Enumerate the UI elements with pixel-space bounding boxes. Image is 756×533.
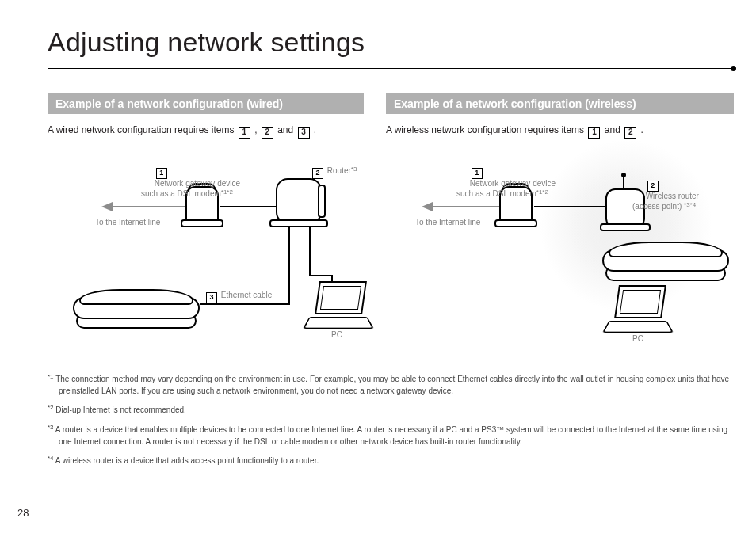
text: , <box>254 124 260 135</box>
text: Dial-up Internet is not recommended. <box>55 406 186 415</box>
item-box-3: 3 <box>298 127 310 139</box>
footnote-1: *1 The connection method may vary depend… <box>48 372 734 397</box>
section-heading-wireless: Example of a network configuration (wire… <box>386 93 734 114</box>
internet-label: To the Internet line <box>95 218 160 228</box>
sup: *4 <box>48 455 54 462</box>
text: Ethernet cable <box>221 291 273 299</box>
page-number: 28 <box>17 507 29 519</box>
wire <box>309 275 333 276</box>
item-box-2: 2 <box>647 181 659 192</box>
wired-intro: A wired network configuration requires i… <box>48 124 364 139</box>
sup: *1 <box>48 373 54 380</box>
item-box-2: 2 <box>624 127 636 139</box>
wire <box>288 227 290 305</box>
router-icon <box>276 178 322 224</box>
laptop-icon <box>602 285 674 333</box>
wire <box>200 303 290 305</box>
router-label: 2 Router*3 <box>311 166 357 179</box>
ethernet-label: 3 Ethernet cable <box>204 291 272 303</box>
text: and <box>277 124 296 135</box>
diagram-wireless: To the Internet line 1 Network gateway d… <box>380 147 729 341</box>
item-box-2: 2 <box>262 127 273 139</box>
title-rule <box>48 68 734 69</box>
wireless-router-label: 2 Wireless router (access point) *3*4 <box>632 169 699 222</box>
section-heading-wired: Example of a network configuration (wire… <box>48 93 364 114</box>
wire <box>220 206 276 207</box>
wire <box>534 206 605 207</box>
gateway-label: 1 Network gateway device such as a DSL m… <box>141 156 240 209</box>
text: A router is a device that enables multip… <box>55 425 727 446</box>
text: and <box>605 124 623 135</box>
footnote-4: *4 A wireless router is a device that ad… <box>48 454 734 466</box>
internet-arrow-icon <box>422 202 433 211</box>
internet-label: To the Internet line <box>415 218 480 228</box>
sup: *1*2 <box>221 188 233 196</box>
text: A wireless router is a device that adds … <box>55 456 319 465</box>
console-icon <box>73 289 200 329</box>
wire <box>309 227 311 276</box>
wireless-intro: A wireless network configuration require… <box>386 124 734 139</box>
sup: *2 <box>48 404 54 411</box>
page-title: Adjusting network settings <box>48 27 365 58</box>
footnote-3: *3 A router is a device that enables mul… <box>48 423 734 447</box>
manual-page: Adjusting network settings Example of a … <box>0 0 756 533</box>
text: Router <box>327 166 351 175</box>
sup: *3 <box>351 166 357 173</box>
item-box-1: 1 <box>472 168 483 179</box>
sup: *1*2 <box>536 188 548 196</box>
text: A wireless network configuration require… <box>386 124 586 135</box>
diagram-wired: To the Internet line 1 Network gateway d… <box>33 147 366 341</box>
footnotes: *1 The connection method may vary depend… <box>48 372 734 473</box>
text: . <box>314 124 316 135</box>
console-icon <box>602 242 729 281</box>
text: . <box>641 124 643 135</box>
pc-label: PC <box>331 330 342 341</box>
item-box-1: 1 <box>588 127 600 139</box>
laptop-icon <box>303 281 374 329</box>
item-box-1: 1 <box>156 168 167 179</box>
item-box-1: 1 <box>239 127 250 139</box>
internet-arrow-icon <box>101 202 113 211</box>
pc-label: PC <box>632 334 643 345</box>
text: The connection method may vary depending… <box>55 375 729 395</box>
item-box-2: 2 <box>312 168 323 179</box>
footnote-2: *2 Dial-up Internet is not recommended. <box>48 403 734 416</box>
gateway-label: 1 Network gateway device such as a DSL m… <box>456 156 556 209</box>
text: A wired network configuration requires i… <box>48 124 237 135</box>
sup: *3 <box>48 424 54 431</box>
sup: *3*4 <box>684 201 696 208</box>
item-box-3: 3 <box>206 292 217 303</box>
